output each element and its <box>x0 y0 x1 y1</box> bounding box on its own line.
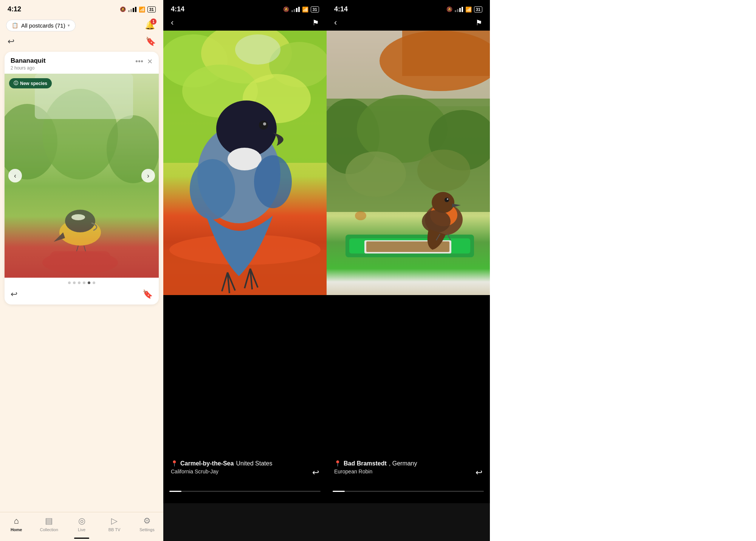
collection-nav-label: Collection <box>40 527 58 532</box>
bell-icon-detail1: 🔕 <box>283 6 289 12</box>
status-icons-detail1: 🔕 📶 31 <box>283 6 319 12</box>
status-icons-home: 🔕 📶 31 <box>120 6 156 12</box>
nav-item-bbtv[interactable]: ▷ BB TV <box>98 516 130 532</box>
postcard-selector[interactable]: 📋 All postcards (71) ▾ <box>6 20 76 31</box>
svg-point-6 <box>71 214 85 220</box>
progress-track-2 <box>333 491 484 492</box>
home-icon: ⌂ <box>14 516 19 526</box>
collection-icon: ▤ <box>45 516 53 526</box>
wifi-icon-detail1: 📶 <box>302 6 308 12</box>
location-pin-icon-2: 📍 <box>334 460 341 467</box>
bird-card: Bananaquit 2 hours ago ••• ✕ <box>5 52 159 305</box>
wifi-icon-home: 📶 <box>139 6 145 12</box>
detail2-nav: ‹ ⚑ <box>327 15 490 31</box>
home-actions-bar: ↩ 🔖 <box>0 36 163 50</box>
postcard-selector-label: All postcards (71) <box>21 22 65 29</box>
status-bar-detail2: 4:14 🔕 📶 31 <box>327 0 490 15</box>
back-button-detail1[interactable]: ‹ <box>171 18 174 28</box>
signal-icon-home <box>128 7 136 12</box>
nav-item-live[interactable]: ◎ Live <box>65 516 98 532</box>
svg-point-34 <box>345 151 406 197</box>
card-footer: ↩ 🔖 <box>5 286 159 305</box>
share-icon-top[interactable]: ↩ <box>8 37 14 46</box>
svg-point-48 <box>355 211 366 220</box>
bookmark-icon-card[interactable]: 🔖 <box>143 289 153 299</box>
share-icon-card[interactable]: ↩ <box>11 289 17 299</box>
scrub-jay-scene <box>163 31 327 295</box>
nav-item-collection[interactable]: ▤ Collection <box>33 516 65 532</box>
svg-point-26 <box>263 122 266 125</box>
bbtv-icon: ▷ <box>111 516 118 526</box>
svg-point-0 <box>5 104 57 179</box>
detail2-species: European Robin <box>334 468 482 475</box>
bottom-nav: ⌂ Home ▤ Collection ◎ Live ▷ BB TV ⚙ Set… <box>0 512 163 541</box>
svg-point-44 <box>447 198 448 200</box>
svg-rect-10 <box>50 251 110 264</box>
detail2-city: Bad Bramstedt <box>344 460 387 467</box>
detail2-country: , Germany <box>389 460 417 467</box>
detail1-progress <box>163 491 327 492</box>
svg-point-43 <box>445 198 449 202</box>
svg-point-45 <box>422 210 451 233</box>
progress-fill-1 <box>169 491 181 492</box>
home-panel: 4:12 🔕 📶 31 📋 All postcards (71) ▾ 🔔 1 ↩… <box>0 0 163 541</box>
detail1-location: 📍 Carmel-by-the-Sea United States <box>171 460 319 467</box>
card-title: Bananaquit <box>11 57 46 65</box>
svg-point-4 <box>59 219 101 246</box>
notification-button[interactable]: 🔔 1 <box>142 18 157 33</box>
dot-5 <box>88 281 90 284</box>
card-header: Bananaquit 2 hours ago ••• ✕ <box>5 52 159 74</box>
status-bar-home: 4:12 🔕 📶 31 <box>0 0 163 15</box>
progress-track-1 <box>169 491 321 492</box>
carousel-dots <box>5 278 159 286</box>
dot-6 <box>93 281 95 284</box>
nav-item-settings[interactable]: ⚙ Settings <box>131 516 163 532</box>
flag-button-detail2[interactable]: ⚑ <box>476 18 482 27</box>
battery-detail1: 31 <box>311 6 319 12</box>
notification-badge: 1 <box>150 19 156 25</box>
detail2-image: 📍 Bad Bramstedt , Germany European Robin… <box>327 31 490 503</box>
svg-point-5 <box>65 210 95 232</box>
detail1-species: California Scrub-Jay <box>171 468 319 475</box>
share-button-detail2[interactable]: ↩ <box>476 468 482 478</box>
detail1-city: Carmel-by-the-Sea <box>180 460 234 467</box>
card-subtitle: 2 hours ago <box>11 65 46 71</box>
svg-line-7 <box>74 246 78 259</box>
signal-icon-detail1 <box>291 7 300 12</box>
robin-svg <box>327 31 490 295</box>
svg-rect-29 <box>402 31 490 76</box>
more-options-icon[interactable]: ••• <box>135 57 143 66</box>
svg-point-17 <box>235 34 280 65</box>
home-nav-label: Home <box>11 527 22 532</box>
flag-button-detail1[interactable]: ⚑ <box>312 18 319 27</box>
dot-3 <box>78 281 81 284</box>
status-time-detail1: 4:14 <box>171 5 184 13</box>
dot-1 <box>68 281 71 284</box>
share-button-detail1[interactable]: ↩ <box>312 468 319 478</box>
nav-item-home[interactable]: ⌂ Home <box>0 516 33 532</box>
detail1-nav: ‹ ⚑ <box>163 15 327 31</box>
new-species-badge: ⓘ New species <box>9 78 52 88</box>
back-button-detail2[interactable]: ‹ <box>334 18 337 28</box>
carousel-next-button[interactable]: › <box>141 169 155 182</box>
svg-point-42 <box>432 192 454 213</box>
wifi-icon-detail2: 📶 <box>465 6 472 12</box>
close-button[interactable]: ✕ <box>147 57 153 66</box>
live-icon: ◎ <box>78 516 85 526</box>
signal-icon-detail2 <box>455 7 463 12</box>
status-bar-detail1: 4:14 🔕 📶 31 <box>163 0 327 15</box>
info-icon: ⓘ <box>14 80 18 87</box>
carousel-prev-button[interactable]: ‹ <box>8 169 22 182</box>
progress-fill-2 <box>333 491 345 492</box>
chevron-down-icon: ▾ <box>68 23 70 28</box>
svg-point-22 <box>228 148 262 170</box>
detail1-dark-bottom <box>163 503 327 541</box>
card-title-group: Bananaquit 2 hours ago <box>11 57 46 71</box>
svg-point-9 <box>42 251 118 274</box>
bell-icon-home: 🔕 <box>120 6 126 12</box>
card-header-right: ••• ✕ <box>135 57 153 66</box>
settings-icon: ⚙ <box>143 516 151 526</box>
bookmark-icon-top[interactable]: 🔖 <box>146 37 156 46</box>
live-nav-label: Live <box>78 527 85 532</box>
dot-4 <box>83 281 85 284</box>
